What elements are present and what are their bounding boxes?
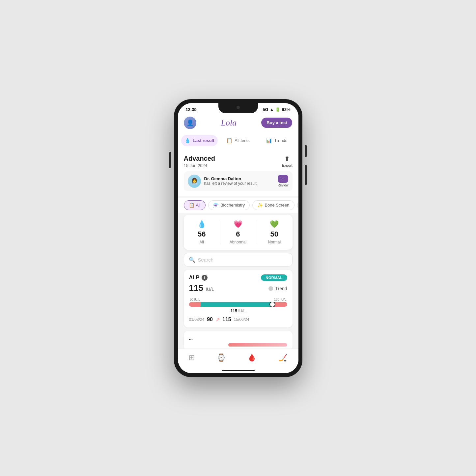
alp-info-icon[interactable]: i bbox=[202, 275, 208, 281]
category-label-biochemistry: Biochemistry bbox=[220, 203, 245, 208]
bottom-nav: ⊞ ⌚ 🩸 🏒 bbox=[178, 349, 298, 370]
alp-result-header: ALP i NORMAL bbox=[189, 274, 287, 281]
nav-watch-icon: ⌚ bbox=[217, 353, 226, 362]
doctor-description: has left a review of your result bbox=[204, 181, 274, 186]
range-marker bbox=[269, 302, 275, 307]
alp-unit: IU/L bbox=[206, 287, 214, 292]
category-chip-bone-screen[interactable]: ✨ Bone Screen bbox=[252, 200, 294, 210]
alp-status-badge: NORMAL bbox=[261, 274, 287, 281]
partial-name: ... bbox=[189, 335, 193, 341]
search-placeholder-text: Search bbox=[198, 257, 214, 263]
stat-value-all: 56 bbox=[198, 230, 206, 238]
test-title: Advanced bbox=[184, 155, 215, 162]
current-date: 15/06/24 bbox=[234, 317, 249, 322]
search-icon: 🔍 bbox=[189, 257, 195, 263]
export-label: Export bbox=[282, 163, 293, 167]
category-label-bone-screen: Bone Screen bbox=[265, 203, 289, 208]
tab-label-last-result: Last result bbox=[193, 138, 214, 143]
home-indicator bbox=[178, 370, 298, 373]
tab-label-trends: Trends bbox=[274, 138, 287, 143]
doctor-info: Dr. Gemma Dalton has left a review of yo… bbox=[204, 176, 274, 186]
alp-value: 115 bbox=[189, 283, 203, 293]
alp-value-row: 115 IU/L Trend bbox=[189, 283, 287, 293]
nav-blood-icon: 🩸 bbox=[247, 353, 256, 362]
nav-home-icon: ⊞ bbox=[189, 353, 195, 362]
nav-blood[interactable]: 🩸 bbox=[242, 352, 262, 363]
phone-frame: 12:39 5G ▲ 🔋 92% 👤 Lola Buy a test 💧 Las… bbox=[174, 99, 302, 377]
trend-arrow-icon: ↗ bbox=[215, 317, 220, 323]
export-button[interactable]: ⬆ Export bbox=[282, 155, 293, 167]
category-chip-biochemistry[interactable]: ⚗️ Biochemistry bbox=[208, 200, 250, 210]
tab-label-all-tests: All tests bbox=[235, 138, 250, 143]
stat-all: 💧 56 All bbox=[184, 220, 220, 244]
stat-value-normal: 50 bbox=[270, 230, 278, 238]
home-bar bbox=[222, 370, 255, 371]
range-max-label: 130 IU/L bbox=[274, 298, 287, 301]
history-date: 01/03/24 bbox=[189, 317, 205, 322]
nav-watch[interactable]: ⌚ bbox=[211, 352, 231, 363]
stat-icon-normal: 💚 bbox=[270, 220, 279, 229]
alp-name: ALP bbox=[189, 275, 200, 281]
category-icon-biochemistry: ⚗️ bbox=[213, 203, 219, 208]
battery-icon: 🔋 bbox=[275, 107, 280, 112]
stats-row: 💧 56 All 💗 6 Abnormal 💚 50 Normal bbox=[184, 215, 293, 250]
category-chip-all[interactable]: 📋 All bbox=[184, 200, 206, 210]
alp-value-group: 115 IU/L bbox=[189, 283, 214, 293]
alp-range-container: 30 IU/L 130 IU/L 115 IU/L bbox=[189, 298, 287, 313]
range-labels: 30 IU/L 130 IU/L bbox=[189, 298, 287, 301]
signal-text: 5G bbox=[263, 107, 268, 112]
test-date: 15 Jun 2024 bbox=[184, 163, 215, 168]
tab-all-tests[interactable]: 📋 All tests bbox=[220, 135, 256, 146]
stat-label-abnormal: Abnormal bbox=[230, 240, 246, 244]
current-value: 115 bbox=[222, 317, 231, 322]
stat-abnormal: 💗 6 Abnormal bbox=[220, 220, 256, 244]
review-button[interactable]: ··· Review bbox=[278, 175, 289, 187]
category-filter-row: 📋 All ⚗️ Biochemistry ✨ Bone Screen 💧 Ha… bbox=[178, 198, 298, 213]
alp-name-row: ALP i bbox=[189, 275, 208, 281]
history-value: 90 bbox=[207, 317, 213, 322]
main-scroll[interactable]: 👤 Lola Buy a test 💧 Last result 📋 All te… bbox=[178, 113, 298, 349]
volume-button bbox=[169, 152, 171, 168]
category-icon-all: 📋 bbox=[189, 203, 194, 208]
stat-value-abnormal: 6 bbox=[236, 230, 240, 238]
battery-text: 92% bbox=[282, 107, 290, 112]
phone-screen: 12:39 5G ▲ 🔋 92% 👤 Lola Buy a test 💧 Las… bbox=[178, 103, 298, 373]
notch bbox=[218, 103, 258, 113]
partial-bar bbox=[228, 343, 287, 347]
review-label: Review bbox=[278, 183, 289, 187]
test-title-group: Advanced 15 Jun 2024 bbox=[184, 155, 215, 168]
nav-tools-icon: 🏒 bbox=[278, 353, 287, 362]
power-button-bottom bbox=[305, 165, 307, 185]
tab-trends[interactable]: 📊 Trends bbox=[258, 135, 295, 146]
trend-dot bbox=[268, 286, 273, 291]
tabs-row: 💧 Last result 📋 All tests 📊 Trends bbox=[178, 132, 298, 150]
result-card-alp[interactable]: ALP i NORMAL 115 IU/L Trend bbox=[184, 270, 293, 327]
review-bubble-icon: ··· bbox=[278, 175, 288, 183]
status-right: 5G ▲ 🔋 92% bbox=[263, 107, 290, 112]
partial-card-header: ... bbox=[189, 335, 287, 341]
category-chip-hae[interactable]: 💧 Hae bbox=[297, 200, 298, 210]
title-bar: Advanced 15 Jun 2024 ⬆ Export bbox=[184, 155, 293, 168]
range-bar-left bbox=[189, 302, 201, 307]
nav-tools[interactable]: 🏒 bbox=[273, 352, 293, 363]
range-min-label: 30 IU/L bbox=[190, 298, 200, 301]
export-icon: ⬆ bbox=[284, 155, 290, 163]
range-bar bbox=[189, 302, 287, 307]
avatar[interactable]: 👤 bbox=[184, 117, 196, 129]
doctor-avatar: 👩‍⚕️ bbox=[188, 175, 201, 188]
test-header-section: Advanced 15 Jun 2024 ⬆ Export 👩‍⚕️ Dr. G… bbox=[178, 150, 298, 196]
trend-label: Trend bbox=[275, 286, 287, 291]
doctor-name: Dr. Gemma Dalton bbox=[204, 176, 274, 181]
partial-result-card[interactable]: ... bbox=[184, 331, 293, 349]
stat-label-all: All bbox=[199, 240, 204, 244]
category-icon-bone-screen: ✨ bbox=[257, 203, 263, 208]
nav-home[interactable]: ⊞ bbox=[183, 352, 200, 363]
stat-label-normal: Normal bbox=[268, 240, 281, 244]
doctor-review-card[interactable]: 👩‍⚕️ Dr. Gemma Dalton has left a review … bbox=[184, 171, 293, 191]
search-bar[interactable]: 🔍 Search bbox=[184, 253, 293, 266]
tab-last-result[interactable]: 💧 Last result bbox=[181, 135, 218, 146]
alp-trend-row[interactable]: Trend bbox=[268, 286, 287, 291]
buy-test-button[interactable]: Buy a test bbox=[261, 118, 292, 128]
stat-normal: 💚 50 Normal bbox=[256, 220, 292, 244]
range-bar-center bbox=[201, 302, 272, 307]
